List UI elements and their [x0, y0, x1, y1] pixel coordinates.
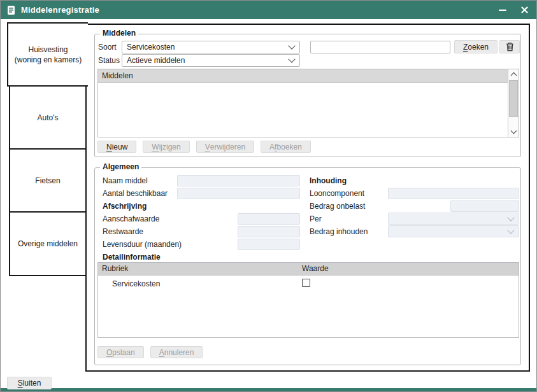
close-button[interactable] [519, 4, 530, 16]
status-select[interactable]: Actieve middelen [122, 54, 300, 67]
restwaarde-label: Restwaarde [103, 227, 143, 236]
minimize-icon [499, 10, 506, 11]
table-row[interactable]: Servicekosten [98, 276, 519, 291]
naam-middel-label: Naam middel [103, 176, 148, 185]
bedrag-inhouden-label: Bedrag inhouden [310, 227, 368, 236]
titlebar: Middelenregistratie [1, 1, 536, 19]
algemeen-legend: Algemeen [100, 162, 141, 171]
tab-huisvesting[interactable]: Huisvesting (woning en kamers) [7, 22, 88, 87]
middelen-legend: Middelen [100, 29, 138, 38]
middelen-list[interactable]: Middelen [97, 69, 519, 137]
levensduur-field [238, 239, 300, 250]
tab-label: Fietsen [35, 176, 60, 186]
status-label: Status [98, 56, 120, 65]
bedrag-inhouden-select [388, 225, 519, 237]
levensduur-label: Levensduur (maanden) [103, 240, 182, 249]
detail-table-header: Rubriek Waarde [98, 263, 519, 276]
per-label: Per [310, 214, 322, 223]
scrollbar-thumb[interactable] [509, 80, 518, 117]
aantal-beschikbaar-label: Aantal beschikbaar [103, 189, 168, 198]
looncomponent-field [388, 188, 519, 199]
chevron-down-icon [507, 227, 514, 234]
column-waarde: Waarde [302, 264, 329, 273]
tab-fietsen[interactable]: Fietsen [9, 148, 87, 213]
soort-select[interactable]: Servicekosten [122, 41, 300, 53]
trash-icon [506, 42, 514, 52]
waarde-checkbox[interactable] [302, 279, 310, 287]
per-select [388, 213, 519, 225]
search-input[interactable] [310, 41, 450, 53]
scrollbar-up-icon[interactable] [508, 69, 519, 80]
wijzigen-button: Wijzigen [143, 141, 189, 153]
tab-label: Overige middelen [18, 239, 78, 249]
soort-selected-value: Servicekosten [127, 43, 175, 52]
inhouding-header: Inhouding [310, 176, 347, 185]
aanschafwaarde-field [238, 213, 300, 225]
aantal-beschikbaar-field [177, 188, 300, 199]
detailinformatie-header: Detailinformatie [103, 253, 161, 262]
scrollbar-down-icon[interactable] [508, 127, 519, 137]
tab-label: Auto's [38, 113, 59, 123]
chevron-down-icon [288, 55, 295, 62]
chevron-down-icon [507, 214, 514, 221]
document-icon [7, 5, 16, 15]
scrollbar-track[interactable] [508, 80, 519, 127]
tab-label-sub: (woning en kamers) [15, 55, 82, 65]
sluiten-button[interactable]: Sluiten [7, 377, 52, 389]
tab-autos[interactable]: Auto's [9, 85, 87, 150]
window-title: Middelenregistratie [21, 5, 99, 15]
bedrag-onbelast-label: Bedrag onbelast [310, 202, 365, 211]
window-bottom-strip [1, 388, 536, 391]
aanschafwaarde-label: Aanschafwaarde [103, 214, 159, 223]
delete-trash-button[interactable] [499, 40, 520, 53]
close-icon [521, 6, 528, 13]
zoeken-button[interactable]: Zoeken [454, 40, 498, 53]
tab-label: Huisvesting [28, 45, 68, 55]
nieuw-button[interactable]: Nieuw [97, 141, 136, 153]
chevron-down-icon [288, 42, 295, 49]
list-scrollbar[interactable] [508, 69, 519, 137]
middelen-list-body[interactable] [98, 83, 519, 137]
soort-label: Soort [98, 43, 117, 52]
annuleren-button: Annuleren [150, 346, 203, 358]
looncomponent-label: Looncomponent [310, 189, 364, 198]
minimize-button[interactable] [497, 4, 508, 16]
restwaarde-field [238, 226, 300, 237]
bedrag-onbelast-field [450, 200, 519, 212]
detail-table: Rubriek Waarde Servicekosten [97, 262, 519, 338]
status-selected-value: Actieve middelen [127, 56, 185, 65]
naam-middel-field [177, 175, 300, 186]
verwijderen-button: Verwijderen [196, 141, 254, 153]
afboeken-button: Afboeken [261, 141, 311, 153]
opslaan-button: Opslaan [97, 346, 144, 358]
column-rubriek: Rubriek [102, 264, 128, 273]
afschrijving-header: Afschrijving [103, 202, 147, 211]
tab-overige-middelen[interactable]: Overige middelen [9, 211, 87, 276]
middelen-list-header: Middelen [98, 69, 508, 83]
rubriek-cell: Servicekosten [112, 279, 160, 288]
app-window: Middelenregistratie Huisvesting (woning … [0, 0, 537, 392]
